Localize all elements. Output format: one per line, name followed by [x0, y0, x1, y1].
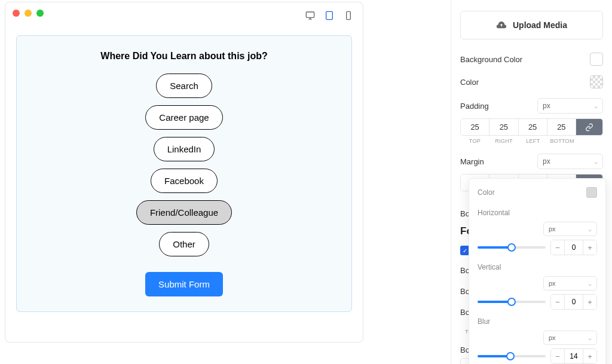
popup-color-label: Color — [478, 188, 495, 197]
horizontal-unit-select[interactable]: px ⌵ — [543, 222, 597, 236]
horizontal-stepper: − + — [550, 240, 597, 255]
plus-button[interactable]: + — [583, 349, 596, 363]
plus-button[interactable]: + — [583, 240, 596, 255]
minimize-window-button[interactable] — [25, 10, 32, 17]
padding-section: Padding px ⌵ TOP RIGHT LEFT BOTTOM — [460, 98, 603, 144]
box-shadow-popup: Color Horizontal px ⌵ − + Vertical — [469, 178, 606, 364]
desktop-icon[interactable] — [303, 8, 317, 23]
chevron-down-icon: ⌵ — [594, 158, 598, 165]
vertical-value-input[interactable] — [564, 295, 583, 309]
horizontal-value-input[interactable] — [564, 240, 583, 255]
mobile-icon[interactable] — [341, 8, 356, 23]
color-swatch[interactable] — [590, 75, 603, 88]
blur-label: Blur — [478, 317, 597, 326]
background-color-swatch[interactable] — [590, 53, 603, 66]
device-switcher — [303, 8, 356, 23]
blur-value-input[interactable] — [564, 349, 583, 363]
option-facebook[interactable]: Facebook — [151, 169, 218, 193]
color-label: Color — [460, 78, 479, 87]
padding-label: Padding — [460, 102, 489, 111]
upload-media-button[interactable]: Upload Media — [460, 11, 603, 39]
preview-panel: Where Did You Learn about this job? Sear… — [5, 2, 363, 342]
horizontal-slider[interactable] — [478, 243, 546, 252]
option-career-page[interactable]: Career page — [145, 105, 222, 130]
option-search[interactable]: Search — [156, 74, 212, 98]
plus-button[interactable]: + — [583, 295, 596, 309]
blur-unit-select[interactable]: px ⌵ — [543, 331, 597, 345]
minus-button[interactable]: − — [551, 295, 564, 309]
padding-unit-select[interactable]: px ⌵ — [537, 98, 603, 114]
margin-label: Margin — [460, 157, 484, 166]
chevron-down-icon: ⌵ — [594, 103, 598, 109]
form-preview: Where Did You Learn about this job? Sear… — [16, 35, 352, 312]
minus-button[interactable]: − — [551, 349, 564, 363]
svg-rect-3 — [326, 11, 333, 19]
chevron-down-icon: ⌵ — [588, 280, 592, 287]
horizontal-label: Horizontal — [478, 209, 597, 217]
padding-link-button[interactable] — [576, 119, 602, 135]
tablet-icon[interactable] — [322, 8, 336, 23]
submit-button[interactable]: Submit Form — [145, 272, 223, 296]
padding-top-input[interactable] — [461, 119, 489, 135]
chevron-down-icon: ⌵ — [588, 335, 592, 341]
minus-button[interactable]: − — [551, 240, 564, 255]
svg-rect-5 — [347, 11, 351, 19]
link-icon — [585, 123, 593, 131]
background-color-label: Background Color — [460, 55, 522, 64]
close-window-button[interactable] — [13, 10, 20, 17]
window-controls — [13, 10, 44, 17]
vertical-label: Vertical — [478, 263, 597, 271]
padding-left-input[interactable] — [519, 119, 547, 135]
form-question-title: Where Did You Learn about this job? — [100, 51, 267, 62]
vertical-slider[interactable] — [478, 297, 546, 307]
shadow-color-swatch[interactable] — [586, 187, 597, 198]
cloud-upload-icon — [496, 20, 507, 30]
padding-inputs — [460, 118, 603, 136]
option-friend-colleague[interactable]: Friend/Colleague — [136, 200, 232, 225]
option-linkedin[interactable]: LinkedIn — [154, 137, 215, 161]
padding-right-input[interactable] — [489, 119, 518, 135]
vertical-stepper: − + — [550, 294, 597, 310]
blur-slider[interactable] — [478, 351, 546, 361]
maximize-window-button[interactable] — [36, 10, 44, 17]
blur-stepper: − + — [550, 348, 597, 364]
padding-bottom-input[interactable] — [547, 119, 576, 135]
upload-media-label: Upload Media — [513, 20, 567, 30]
margin-unit-select[interactable]: px ⌵ — [537, 154, 603, 169]
svg-rect-0 — [306, 12, 314, 17]
chevron-down-icon: ⌵ — [588, 226, 592, 233]
option-other[interactable]: Other — [159, 232, 209, 256]
vertical-unit-select[interactable]: px ⌵ — [543, 276, 597, 290]
